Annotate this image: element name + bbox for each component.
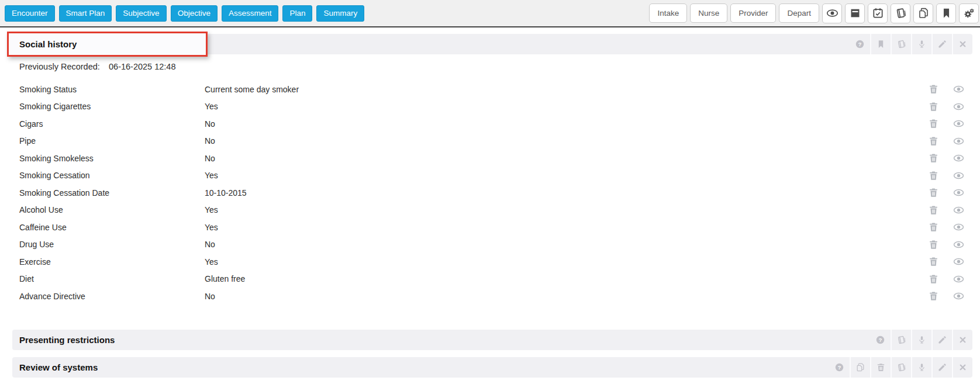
trash-icon[interactable] (928, 187, 939, 198)
encounter-nav: EncounterSmart PlanSubjectiveObjectiveAs… (5, 5, 364, 22)
help-button[interactable]: ? (850, 34, 870, 54)
eye-icon[interactable] (953, 274, 964, 285)
eye-icon[interactable] (953, 136, 964, 147)
close-button[interactable] (952, 330, 972, 350)
help-button[interactable]: ? (870, 330, 891, 350)
eye-icon[interactable] (953, 187, 964, 198)
close-icon (958, 39, 968, 49)
row-value: Yes (205, 257, 928, 267)
tool-icon-group (822, 4, 979, 23)
bookmark-icon (876, 39, 886, 49)
book-button[interactable] (891, 34, 911, 54)
eye-icon[interactable] (953, 101, 964, 112)
trash-icon[interactable] (928, 256, 939, 267)
row-label: Exercise (12, 257, 205, 267)
close-button[interactable] (952, 34, 972, 54)
microphone-button[interactable] (911, 330, 931, 350)
copy-button[interactable] (850, 357, 870, 378)
row-actions (928, 101, 972, 112)
eye-icon[interactable] (953, 170, 964, 181)
trash-icon[interactable] (928, 101, 939, 112)
top-toolbar: EncounterSmart PlanSubjectiveObjectiveAs… (0, 0, 980, 27)
eye-icon[interactable] (953, 84, 964, 95)
stage-button-depart[interactable]: Depart (779, 4, 819, 23)
nav-button-encounter[interactable]: Encounter (5, 5, 55, 22)
pencil-button[interactable] (931, 330, 952, 350)
stage-button-group: IntakeNurseProviderDepart (649, 4, 819, 23)
trash-icon[interactable] (928, 84, 939, 95)
presenting-restrictions-header[interactable]: Presenting restrictions ? (12, 330, 972, 350)
microphone-icon (917, 335, 927, 345)
help-icon: ? (875, 335, 885, 345)
microphone-button[interactable] (911, 357, 931, 378)
pencil-button[interactable] (931, 34, 952, 54)
copy-icon (855, 362, 865, 372)
toolbar-gears-button[interactable] (959, 4, 979, 23)
eye-icon[interactable] (953, 290, 964, 302)
row-label: Smoking Status (12, 85, 205, 94)
stage-button-intake[interactable]: Intake (649, 4, 687, 23)
nav-button-plan[interactable]: Plan (282, 5, 312, 22)
trash-icon[interactable] (928, 222, 939, 233)
trash-icon[interactable] (928, 118, 939, 129)
copy-icon (917, 7, 930, 19)
microphone-icon (917, 39, 927, 49)
book-icon (895, 7, 907, 19)
book-icon (896, 362, 906, 372)
close-button[interactable] (952, 357, 972, 378)
trash-icon[interactable] (928, 274, 939, 285)
encounter-content: Social history ? Previously Recorded: 06… (12, 34, 972, 378)
pencil-button[interactable] (931, 357, 952, 378)
row-value: Current some day smoker (205, 85, 928, 94)
toolbar-calendar-check-button[interactable] (868, 4, 888, 23)
table-row: Smoking Status Current some day smoker (12, 81, 972, 98)
eye-icon[interactable] (953, 256, 964, 267)
trash-icon[interactable] (928, 136, 939, 147)
nav-button-assessment[interactable]: Assessment (222, 5, 279, 22)
eye-icon[interactable] (953, 153, 964, 164)
review-of-systems-header[interactable]: Review of systems ? (12, 357, 972, 378)
table-row: Smoking Cigarettes Yes (12, 98, 972, 116)
trash-icon (876, 362, 886, 372)
eye-icon[interactable] (953, 222, 964, 233)
stage-button-nurse[interactable]: Nurse (690, 4, 727, 23)
row-label: Drug Use (12, 240, 205, 249)
table-row: Smoking Smokeless No (12, 150, 972, 167)
nav-button-summary[interactable]: Summary (316, 5, 364, 22)
archive-icon (849, 7, 861, 19)
table-row: Advance Directive No (12, 288, 972, 305)
trash-icon[interactable] (928, 290, 939, 302)
nav-button-smart-plan[interactable]: Smart Plan (59, 5, 112, 22)
eye-icon[interactable] (953, 118, 964, 129)
svg-text:?: ? (838, 364, 841, 370)
eye-icon[interactable] (953, 239, 964, 250)
trash-button[interactable] (870, 357, 891, 378)
toolbar-eye-button[interactable] (822, 4, 842, 23)
eye-icon[interactable] (953, 205, 964, 216)
toolbar-archive-button[interactable] (845, 4, 865, 23)
row-value: Yes (205, 102, 928, 111)
stage-button-provider[interactable]: Provider (730, 4, 776, 23)
close-icon (958, 335, 968, 345)
previously-recorded-label: Previously Recorded: (12, 62, 109, 71)
trash-icon[interactable] (928, 170, 939, 181)
book-button[interactable] (891, 357, 911, 378)
pencil-icon (937, 39, 947, 49)
section-title-review-of-systems: Review of systems (19, 362, 98, 372)
book-button[interactable] (891, 330, 911, 350)
nav-button-subjective[interactable]: Subjective (116, 5, 166, 22)
trash-icon[interactable] (928, 153, 939, 164)
social-history-header[interactable]: Social history ? (12, 34, 972, 54)
trash-icon[interactable] (928, 205, 939, 216)
row-value: No (205, 292, 928, 301)
toolbar-copy-button[interactable] (913, 4, 933, 23)
microphone-button[interactable] (911, 34, 931, 54)
nav-button-objective[interactable]: Objective (171, 5, 218, 22)
toolbar-bookmark-button[interactable] (936, 4, 956, 23)
toolbar-book-button[interactable] (891, 4, 910, 23)
trash-icon[interactable] (928, 239, 939, 250)
bookmark-button[interactable] (870, 34, 891, 54)
row-value: Yes (205, 223, 928, 232)
help-button[interactable]: ? (829, 357, 850, 378)
gears-icon (963, 7, 975, 19)
